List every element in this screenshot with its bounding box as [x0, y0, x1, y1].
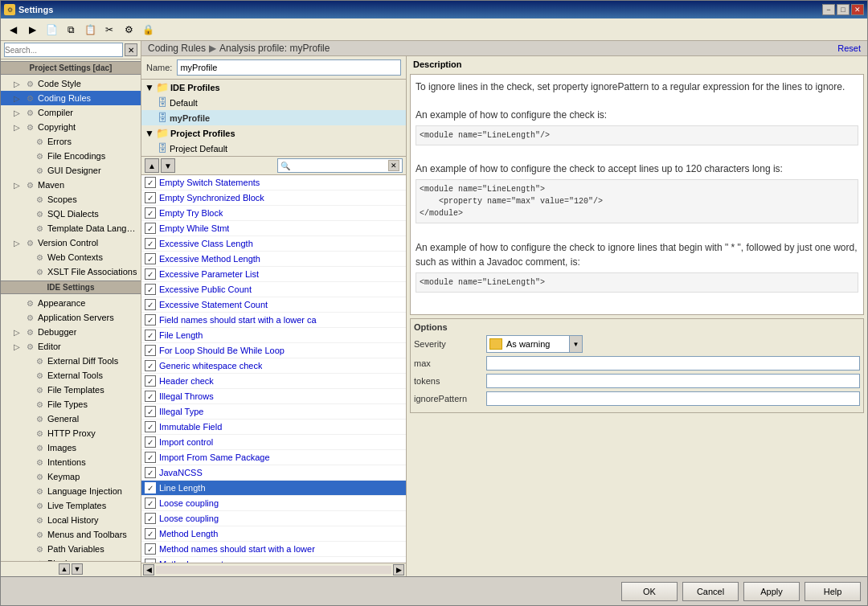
sidebar-item-compiler[interactable]: ▷ ⚙ Compiler — [1, 105, 141, 120]
rule-list-item[interactable]: Excessive Statement Count — [141, 297, 406, 313]
rule-list-item[interactable]: Import control — [141, 435, 406, 450]
rule-checkbox[interactable] — [145, 284, 156, 295]
severity-dropdown-button[interactable]: ▼ — [569, 336, 582, 352]
forward-button[interactable]: ▶ — [23, 21, 41, 39]
sidebar-item-ext-diff[interactable]: ⚙ External Diff Tools — [1, 354, 141, 368]
rule-list-item[interactable]: Empty Synchronized Block — [141, 190, 406, 206]
ok-button[interactable]: OK — [621, 582, 678, 601]
rule-list-item[interactable]: Import From Same Package — [141, 450, 406, 465]
rule-checkbox[interactable] — [145, 452, 156, 463]
sidebar-item-coding-rules[interactable]: ▷ ⚙ Coding Rules — [1, 91, 141, 105]
cut-button[interactable]: ✂ — [100, 21, 118, 39]
maximize-button[interactable]: □ — [837, 4, 850, 15]
project-default-profile[interactable]: 🗄 Project Default — [141, 141, 406, 156]
sidebar-item-local-history[interactable]: ⚙ Local History — [1, 513, 141, 527]
rule-checkbox[interactable] — [145, 268, 156, 280]
rule-checkbox[interactable] — [145, 528, 156, 539]
rule-checkbox[interactable] — [145, 177, 156, 188]
sidebar-item-version-control[interactable]: ▷ ⚙ Version Control — [1, 235, 141, 250]
profile-name-input[interactable] — [177, 59, 401, 76]
rule-checkbox[interactable] — [145, 497, 156, 509]
rule-list-item[interactable]: Illegal Throws — [141, 389, 406, 404]
settings-button[interactable]: ⚙ — [120, 21, 137, 39]
rule-list-item[interactable]: Header check — [141, 374, 406, 389]
rule-list-item[interactable]: Excessive Parameter List — [141, 267, 406, 282]
left-panel-up-button[interactable]: ▲ — [59, 563, 70, 575]
rule-checkbox[interactable] — [145, 314, 156, 326]
rule-list-item[interactable]: Empty While Stmt — [141, 221, 406, 236]
severity-select[interactable]: As warning ▼ — [486, 335, 583, 353]
rule-list-item[interactable]: Empty Try Block — [141, 206, 406, 221]
clear-search-button[interactable]: ✕ — [125, 43, 137, 56]
sidebar-item-errors[interactable]: ⚙ Errors — [1, 134, 141, 149]
sidebar-item-path-variables[interactable]: ⚙ Path Variables — [1, 542, 141, 556]
sidebar-item-intentions[interactable]: ⚙ Intentions — [1, 455, 141, 469]
rule-list-item[interactable]: Excessive Public Count — [141, 282, 406, 297]
rule-checkbox[interactable] — [145, 482, 156, 493]
sidebar-item-http-proxy[interactable]: ⚙ HTTP Proxy — [1, 426, 141, 440]
sidebar-item-app-servers[interactable]: ⚙ Application Servers — [1, 310, 141, 325]
minimize-button[interactable]: − — [822, 4, 835, 15]
sidebar-item-xslt-file-assoc[interactable]: ⚙ XSLT File Associations — [1, 264, 141, 279]
scroll-left-button[interactable]: ◀ — [143, 564, 154, 575]
cancel-button[interactable]: Cancel — [682, 582, 739, 601]
rule-checkbox[interactable] — [145, 330, 156, 341]
rule-checkbox[interactable] — [145, 360, 156, 371]
rule-list-item[interactable]: Loose coupling — [141, 511, 406, 526]
ide-default-profile[interactable]: 🗄 Default — [141, 95, 406, 110]
sidebar-item-maven[interactable]: ▷ ⚙ Maven — [1, 178, 141, 192]
sidebar-item-file-types[interactable]: ⚙ File Types — [1, 397, 141, 412]
rule-list-hscrollbar[interactable]: ◀ ▶ — [141, 563, 406, 576]
rule-checkbox[interactable] — [145, 421, 156, 432]
left-panel-down-button[interactable]: ▼ — [72, 563, 83, 575]
rule-checkbox[interactable] — [145, 406, 156, 417]
rule-checkbox[interactable] — [145, 223, 156, 234]
rule-list-item[interactable]: Method Length — [141, 526, 406, 542]
apply-button[interactable]: Apply — [743, 582, 800, 601]
rule-checkbox[interactable] — [145, 391, 156, 402]
scroll-right-button[interactable]: ▶ — [393, 564, 404, 575]
close-button[interactable]: ✕ — [851, 4, 864, 15]
rule-list-item[interactable]: Excessive Class Length — [141, 236, 406, 252]
reset-link[interactable]: Reset — [837, 43, 861, 53]
rule-checkbox[interactable] — [145, 543, 156, 555]
rule-list-item[interactable]: Loose coupling — [141, 496, 406, 511]
rule-checkbox[interactable] — [145, 299, 156, 310]
project-profiles-group[interactable]: ▼ 📁 Project Profiles — [141, 125, 406, 141]
sidebar-item-ext-tools[interactable]: ⚙ External Tools — [1, 368, 141, 383]
new-button[interactable]: 📄 — [43, 21, 60, 39]
rule-list-item[interactable]: Immutable Field — [141, 420, 406, 435]
paste-button[interactable]: 📋 — [81, 21, 99, 39]
rule-up-button[interactable]: ▲ — [145, 158, 159, 173]
sidebar-item-keymap[interactable]: ⚙ Keymap — [1, 469, 141, 484]
rule-checkbox[interactable] — [145, 238, 156, 249]
lock-button[interactable]: 🔒 — [139, 21, 157, 39]
sidebar-item-editor[interactable]: ▷ ⚙ Editor — [1, 339, 141, 354]
ide-myprofile-profile[interactable]: 🗄 myProfile — [141, 110, 406, 125]
rule-list-item[interactable]: Excessive Method Length — [141, 252, 406, 267]
rule-checkbox[interactable] — [145, 375, 156, 387]
rule-search-input[interactable] — [292, 161, 388, 170]
rule-checkbox[interactable] — [145, 253, 156, 264]
rule-checkbox[interactable] — [145, 207, 156, 219]
rule-list-item[interactable]: For Loop Should Be While Loop — [141, 343, 406, 358]
rule-list-item[interactable]: Generic whitespace check — [141, 358, 406, 374]
rule-list-item[interactable]: Illegal Type — [141, 404, 406, 420]
sidebar-item-live-templates[interactable]: ⚙ Live Templates — [1, 498, 141, 513]
sidebar-item-debugger[interactable]: ▷ ⚙ Debugger — [1, 325, 141, 339]
sidebar-item-copyright[interactable]: ▷ ⚙ Copyright — [1, 120, 141, 134]
ide-profiles-group[interactable]: ▼ 📁 IDE Profiles — [141, 80, 406, 95]
rule-checkbox[interactable] — [145, 345, 156, 356]
rule-list-item[interactable]: JavaNCSS — [141, 465, 406, 481]
rule-list-item[interactable]: Line Length — [141, 481, 406, 496]
sidebar-item-images[interactable]: ⚙ Images — [1, 440, 141, 455]
rule-checkbox[interactable] — [145, 467, 156, 478]
max-input[interactable] — [486, 356, 860, 371]
sidebar-item-file-encodings[interactable]: ⚙ File Encodings — [1, 149, 141, 163]
sidebar-item-sql-dialects[interactable]: ⚙ SQL Dialects — [1, 207, 141, 221]
sidebar-item-template-data-languages[interactable]: ⚙ Template Data Languages — [1, 221, 141, 235]
rule-search-clear-button[interactable]: ✕ — [388, 160, 399, 171]
tokens-input[interactable] — [486, 374, 860, 388]
rule-list-item[interactable]: File Length — [141, 328, 406, 343]
sidebar-item-scopes[interactable]: ⚙ Scopes — [1, 192, 141, 207]
